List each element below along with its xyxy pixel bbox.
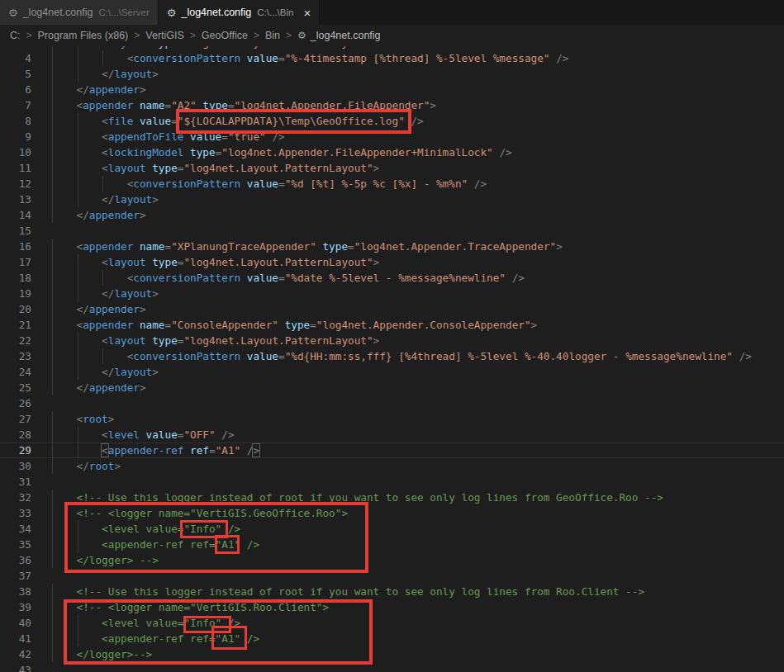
code-line-40[interactable]: 40 <level value="Info" />	[0, 615, 784, 631]
indent-guide	[52, 646, 53, 662]
code-line-14[interactable]: 14 </appender>	[0, 207, 784, 223]
line-content: </layout>	[51, 364, 784, 380]
code-line-41[interactable]: 41 <appender-ref ref="A1" />	[0, 631, 784, 646]
indent-guide	[78, 631, 78, 646]
line-content: <level value="Info" />	[51, 521, 784, 537]
tab-cserver[interactable]: ⚙_log4net.configC:\...\Server	[0, 0, 159, 25]
code-line-32[interactable]: 32 <!-- Use this logger instead of root …	[0, 490, 784, 505]
line-number: 24	[0, 364, 51, 380]
code-line-28[interactable]: 28 <level value="OFF" />	[0, 427, 784, 442]
breadcrumb-item[interactable]: Program Files (x86)	[38, 30, 129, 41]
code-editor[interactable]: 3 <layout type="log4net.Layout.PatternLa…	[0, 46, 784, 672]
code-line-8[interactable]: 8 <file value="${LOCALAPPDATA}\Temp\GeoO…	[0, 113, 784, 129]
code-line-23[interactable]: 23 <conversionPattern value="%d{HH:mm:ss…	[0, 348, 784, 364]
line-number: 31	[0, 474, 51, 490]
line-number: 13	[0, 192, 51, 207]
code-line-42[interactable]: 42 </logger>-->	[0, 646, 784, 662]
indent-guide	[52, 584, 53, 599]
chevron-right-icon: >	[248, 30, 265, 41]
code-line-17[interactable]: 17 <layout type="log4net.Layout.PatternL…	[0, 254, 784, 270]
indent-guide	[78, 521, 78, 537]
code-line-35[interactable]: 35 <appender-ref ref="A1" />	[0, 537, 784, 552]
line-content: <!-- Use this logger instead of root if …	[51, 490, 784, 505]
code-line-26[interactable]: 26	[0, 395, 784, 411]
code-line-13[interactable]: 13 </layout>	[0, 192, 784, 207]
code-line-6[interactable]: 6 </appender>	[0, 82, 784, 97]
line-content: <appender name="ConsoleAppender" type="l…	[51, 317, 784, 333]
code-line-12[interactable]: 12 <conversionPattern value="%d [%t] %-5…	[0, 176, 784, 192]
code-line-30[interactable]: 30 </root>	[0, 458, 784, 474]
code-line-22[interactable]: 22 <layout type="log4net.Layout.PatternL…	[0, 333, 784, 348]
line-content	[51, 474, 784, 490]
breadcrumb-item[interactable]: C:	[10, 30, 21, 41]
line-number: 11	[0, 160, 51, 176]
indent-guide	[52, 490, 53, 505]
indent-guide	[52, 631, 53, 646]
indent-guide	[78, 129, 78, 144]
tab-cbin[interactable]: ⚙_log4net.configC:\...\Bin×	[159, 0, 320, 25]
indent-guide	[52, 129, 53, 144]
code-line-33[interactable]: 33 <!-- <logger name="VertiGIS.GeoOffice…	[0, 505, 784, 521]
indent-guide	[102, 348, 103, 364]
code-line-37[interactable]: 37	[0, 568, 784, 584]
indent-guide	[52, 521, 53, 537]
indent-guide	[78, 144, 78, 160]
line-content: <layout type="log4net.Layout.PatternLayo…	[51, 333, 784, 348]
indent-guide	[78, 254, 78, 270]
code-line-16[interactable]: 16 <appender name="XPlanungTraceAppender…	[0, 239, 784, 254]
code-line-39[interactable]: 39 <!-- <logger name="VertiGIS.Roo.Clien…	[0, 599, 784, 615]
line-number: 27	[0, 411, 51, 427]
code-lines: 3 <layout type="log4net.Layout.PatternLa…	[0, 46, 784, 672]
code-line-10[interactable]: 10 <lockingModel type="log4net.Appender.…	[0, 144, 784, 160]
indent-guide	[52, 411, 53, 427]
code-line-5[interactable]: 5 </layout>	[0, 66, 784, 82]
code-line-4[interactable]: 4 <conversionPattern value="%-4timestamp…	[0, 50, 784, 66]
code-line-34[interactable]: 34 <level value="Info" />	[0, 521, 784, 537]
code-line-7[interactable]: 7 <appender name="A2" type="log4net.Appe…	[0, 97, 784, 113]
code-line-18[interactable]: 18 <conversionPattern value="%date %-5le…	[0, 270, 784, 286]
indent-guide	[78, 364, 78, 380]
close-icon[interactable]: ×	[303, 7, 311, 19]
breadcrumb-item[interactable]: GeoOffice	[202, 30, 248, 41]
line-number: 19	[0, 286, 51, 301]
line-content: <lockingModel type="log4net.Appender.Fil…	[51, 144, 784, 160]
line-content: <conversionPattern value="%date %-5level…	[51, 270, 784, 286]
indent-guide	[52, 615, 53, 631]
line-content: <appender-ref ref="A1" />	[51, 537, 784, 552]
code-line-31[interactable]: 31	[0, 474, 784, 490]
line-number: 33	[0, 505, 51, 521]
breadcrumb: C:>Program Files (x86)>VertiGIS>GeoOffic…	[0, 25, 784, 46]
breadcrumb-file[interactable]: _log4net.config	[311, 30, 381, 41]
indent-guide	[78, 333, 78, 348]
indent-guide	[52, 97, 53, 113]
code-line-9[interactable]: 9 <appendToFile value="true" />	[0, 129, 784, 144]
code-line-20[interactable]: 20 </appender>	[0, 301, 784, 317]
code-line-38[interactable]: 38 <!-- Use this logger instead of root …	[0, 584, 784, 599]
line-content: <conversionPattern value="%d{HH:mm:ss,ff…	[51, 348, 784, 364]
code-line-43[interactable]: 43	[0, 662, 784, 672]
line-number: 21	[0, 317, 51, 333]
indent-guide	[78, 50, 78, 66]
breadcrumb-item[interactable]: VertiGIS	[145, 30, 184, 41]
code-line-21[interactable]: 21 <appender name="ConsoleAppender" type…	[0, 317, 784, 333]
code-line-36[interactable]: 36 </logger> -->	[0, 552, 784, 568]
code-line-29[interactable]: 29 <appender-ref ref="A1" />	[0, 442, 784, 458]
line-number: 26	[0, 395, 51, 411]
line-content: <appender-ref ref="A1" />	[51, 631, 784, 646]
line-content: <conversionPattern value="%d [%t] %-5p %…	[51, 176, 784, 192]
chevron-right-icon: >	[184, 30, 202, 41]
line-content: <file value="${LOCALAPPDATA}\Temp\GeoOff…	[51, 113, 784, 129]
indent-guide	[78, 113, 78, 129]
code-line-19[interactable]: 19 </layout>	[0, 286, 784, 301]
breadcrumb-item[interactable]: Bin	[265, 30, 280, 41]
code-line-15[interactable]: 15	[0, 223, 784, 239]
line-number: 20	[0, 301, 51, 317]
line-content	[51, 223, 784, 239]
vscode-window: ⚙_log4net.configC:\...\Server⚙_log4net.c…	[0, 0, 784, 672]
line-content	[51, 568, 784, 584]
code-line-27[interactable]: 27 <root>	[0, 411, 784, 427]
code-line-25[interactable]: 25 </appender>	[0, 380, 784, 395]
code-line-24[interactable]: 24 </layout>	[0, 364, 784, 380]
code-line-11[interactable]: 11 <layout type="log4net.Layout.PatternL…	[0, 160, 784, 176]
line-content: </logger>-->	[51, 646, 784, 662]
